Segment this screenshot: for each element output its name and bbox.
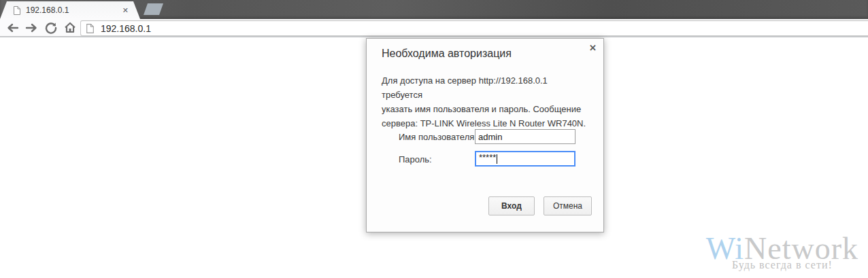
dialog-close-icon[interactable]: ✕	[589, 44, 597, 52]
password-input[interactable]: *****	[475, 151, 575, 167]
dialog-message-line: Для доступа на сервер http://192.168.0.1…	[382, 73, 589, 102]
password-masked-value: *****	[479, 154, 496, 161]
username-label: Имя пользователя:	[399, 132, 477, 142]
dialog-title: Необходима авторизация	[382, 48, 512, 60]
forward-button[interactable]	[22, 20, 41, 36]
tab-title: 192.168.0.1	[26, 5, 121, 15]
dialog-message-line: указать имя пользователя и пароль. Сообщ…	[382, 102, 589, 116]
login-button[interactable]: Вход	[488, 196, 535, 215]
password-label: Пароль:	[399, 154, 432, 164]
dialog-message: Для доступа на сервер http://192.168.0.1…	[382, 73, 589, 131]
page-icon	[86, 23, 95, 34]
browser-toolbar: 192.168.0.1	[0, 19, 868, 37]
dialog-buttons: Вход Отмена	[488, 196, 592, 215]
browser-tab[interactable]: 192.168.0.1 ✕	[0, 1, 140, 19]
username-input[interactable]	[475, 129, 575, 144]
home-button[interactable]	[61, 20, 79, 36]
watermark: WiNetwork Будь всегда в сети!	[706, 234, 858, 271]
page-favicon-icon	[13, 5, 21, 16]
tab-strip: 192.168.0.1 ✕	[0, 0, 868, 19]
auth-dialog: ✕ Необходима авторизация Для доступа на …	[366, 38, 604, 232]
cancel-button[interactable]: Отмена	[544, 196, 592, 215]
text-caret	[497, 154, 497, 164]
back-button[interactable]	[3, 20, 22, 36]
page-content: ✕ Необходима авторизация Для доступа на …	[0, 37, 868, 277]
reload-button[interactable]	[41, 20, 60, 36]
tab-close-icon[interactable]: ✕	[121, 5, 130, 16]
url-text: 192.168.0.1	[101, 23, 151, 34]
dialog-message-line: сервера: TP-LINK Wireless Lite N Router …	[382, 116, 589, 131]
new-tab-button[interactable]	[144, 3, 163, 15]
address-bar[interactable]: 192.168.0.1	[80, 20, 868, 36]
